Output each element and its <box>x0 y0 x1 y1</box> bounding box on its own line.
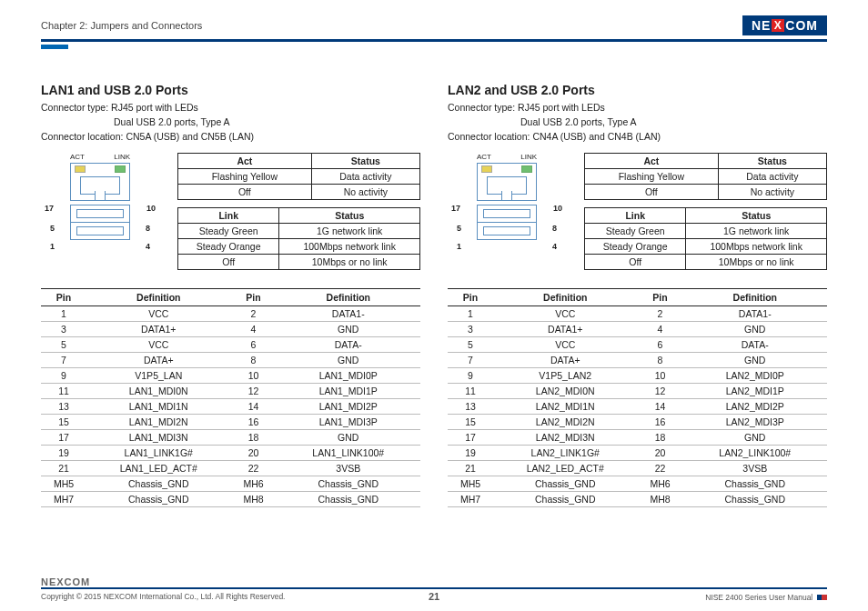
status-tables: ActStatusFlashing YellowData activityOff… <box>584 153 827 277</box>
table-cell: Off <box>585 185 719 200</box>
table-cell: Flashing Yellow <box>178 169 312 185</box>
table-row: Flashing YellowData activity <box>178 169 420 185</box>
table-cell: 13 <box>41 399 86 415</box>
table-row: 7DATA+8GND <box>41 353 420 368</box>
table-cell: VCC <box>493 306 637 322</box>
table-row: Steady Orange100Mbps network link <box>178 239 420 255</box>
footer-square-icon <box>822 595 827 600</box>
table-cell: 6 <box>637 337 682 353</box>
table-cell: DATA- <box>683 337 827 353</box>
act-led-icon <box>481 165 492 173</box>
table-cell: LAN2_MDI3N <box>493 430 637 446</box>
table-cell: 21 <box>41 461 86 476</box>
table-header: Definition <box>277 289 420 306</box>
table-cell: V1P5_LAN2 <box>493 368 637 384</box>
table-row: 21LAN1_LED_ACT#223VSB <box>41 461 420 476</box>
table-row: 17LAN2_MDI3N18GND <box>448 430 827 446</box>
usb-port-icon <box>478 223 536 239</box>
table-cell: LAN1_MDI2P <box>277 399 420 415</box>
act-led-label: ACT <box>70 153 85 161</box>
table-header: Status <box>718 154 826 169</box>
table-cell: LAN2_MDI3P <box>683 415 827 430</box>
section-title: LAN1 and USB 2.0 Ports <box>41 83 420 97</box>
page-footer: NEXCOM Copyright © 2015 NEXCOM Internati… <box>41 576 827 602</box>
meta-line: Connector type: RJ45 port with LEDs <box>448 101 827 115</box>
table-cell: Chassis_GND <box>86 492 230 507</box>
table-cell: MH8 <box>637 492 682 507</box>
table-cell: Off <box>585 255 686 270</box>
table-row: 3DATA1+4GND <box>448 322 827 337</box>
table-cell: Data activity <box>311 169 419 185</box>
link-status-table: LinkStatusSteady Green1G network linkSte… <box>584 207 827 270</box>
meta-line: Dual USB 2.0 ports, Type A <box>41 115 420 130</box>
table-row: 19LAN1_LINK1G#20LAN1_LINK100# <box>41 446 420 461</box>
table-cell: LAN2_LED_ACT# <box>493 461 637 476</box>
table-cell: 18 <box>230 430 276 446</box>
table-cell: VCC <box>493 337 637 353</box>
table-cell: 100Mbps network link <box>686 239 827 255</box>
table-cell: LAN2_MDI2P <box>683 399 827 415</box>
pin-label: 10 <box>146 204 156 213</box>
table-cell: 1 <box>41 306 86 322</box>
meta-line: Connector location: CN4A (USB) and CN4B … <box>448 130 827 145</box>
table-cell: Chassis_GND <box>277 492 420 507</box>
table-row: 15LAN1_MDI2N16LAN1_MDI3P <box>41 415 420 430</box>
table-row: 9V1P5_LAN10LAN1_MDI0P <box>41 368 420 384</box>
connector-diagram: ACTLINK17105814 <box>41 153 159 240</box>
table-cell: Chassis_GND <box>493 476 637 492</box>
table-cell: 15 <box>448 415 493 430</box>
table-header: Pin <box>637 289 682 306</box>
table-cell: 22 <box>230 461 276 476</box>
header-rule <box>41 39 827 42</box>
pin-label: 5 <box>457 224 461 233</box>
table-row: 17LAN1_MDI3N18GND <box>41 430 420 446</box>
table-cell: Chassis_GND <box>683 476 827 492</box>
table-cell: Chassis_GND <box>493 492 637 507</box>
table-row: 5VCC6DATA- <box>448 337 827 353</box>
table-cell: 18 <box>637 430 682 446</box>
rj45-icon <box>477 163 537 201</box>
pin-label: 4 <box>146 242 150 251</box>
table-row: Steady Orange100Mbps network link <box>585 239 827 255</box>
status-tables: ActStatusFlashing YellowData activityOff… <box>177 153 420 277</box>
table-cell: 16 <box>230 415 276 430</box>
table-row: Flashing YellowData activity <box>585 169 827 185</box>
act-led-icon <box>75 165 86 173</box>
table-cell: Chassis_GND <box>683 492 827 507</box>
table-cell: LAN2_MDI0N <box>493 384 637 399</box>
table-cell: Off <box>178 255 279 270</box>
table-header: Definition <box>86 289 230 306</box>
table-header: Definition <box>683 289 827 306</box>
table-cell: LAN1_MDI0N <box>86 384 230 399</box>
link-status-table: LinkStatusSteady Green1G network linkSte… <box>177 207 420 270</box>
table-cell: LAN1_MDI0P <box>277 368 420 384</box>
pin-definition-table: PinDefinitionPinDefinition1VCC2DATA1-3DA… <box>448 288 827 507</box>
table-cell: 10Mbps or no link <box>279 255 420 270</box>
pin-label: 1 <box>50 242 55 251</box>
table-header: Act <box>585 154 719 169</box>
table-cell: 9 <box>41 368 86 384</box>
table-row: 3DATA1+4GND <box>41 322 420 337</box>
table-cell: LAN2_LINK1G# <box>493 446 637 461</box>
table-row: 21LAN2_LED_ACT#223VSB <box>448 461 827 476</box>
meta-line: Connector type: RJ45 port with LEDs <box>41 101 420 115</box>
table-cell: 3 <box>448 322 493 337</box>
table-cell: LAN1_MDI2N <box>86 415 230 430</box>
table-cell: 22 <box>637 461 682 476</box>
table-cell: 19 <box>41 446 86 461</box>
table-cell: MH7 <box>41 492 86 507</box>
table-cell: 19 <box>448 446 493 461</box>
pin-label: 17 <box>451 204 460 213</box>
rj45-icon <box>70 163 130 201</box>
table-cell: 8 <box>230 353 276 368</box>
table-cell: MH6 <box>637 476 682 492</box>
table-header: Pin <box>41 289 86 306</box>
table-row: Off10Mbps or no link <box>178 255 420 270</box>
connector-meta: Connector type: RJ45 port with LEDsDual … <box>448 101 827 144</box>
table-cell: 13 <box>448 399 493 415</box>
table-cell: 16 <box>637 415 682 430</box>
table-header: Definition <box>493 289 637 306</box>
link-led-icon <box>521 165 532 173</box>
table-cell: GND <box>683 353 827 368</box>
table-cell: 10 <box>637 368 682 384</box>
